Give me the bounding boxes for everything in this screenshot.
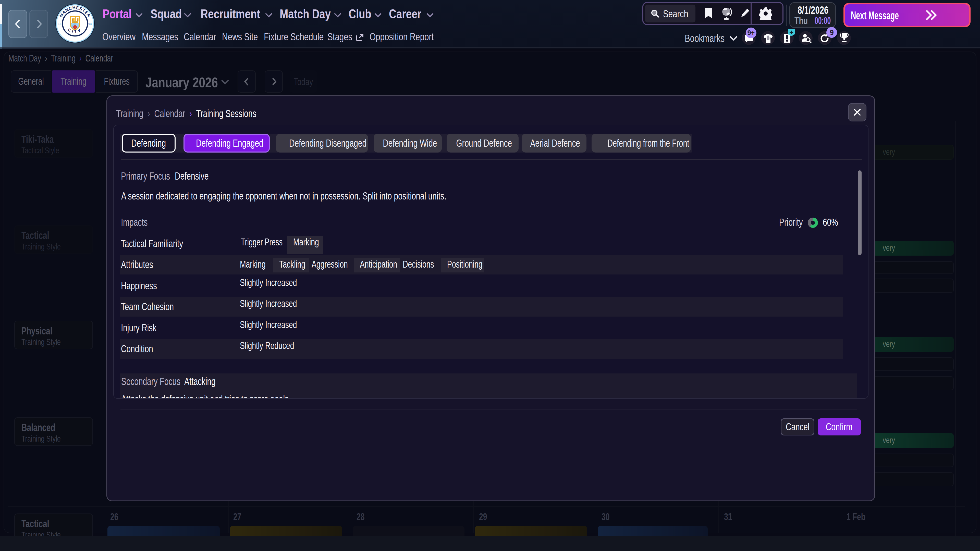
svg-text:94: 94 xyxy=(88,22,92,26)
svg-text:18: 18 xyxy=(58,22,62,26)
